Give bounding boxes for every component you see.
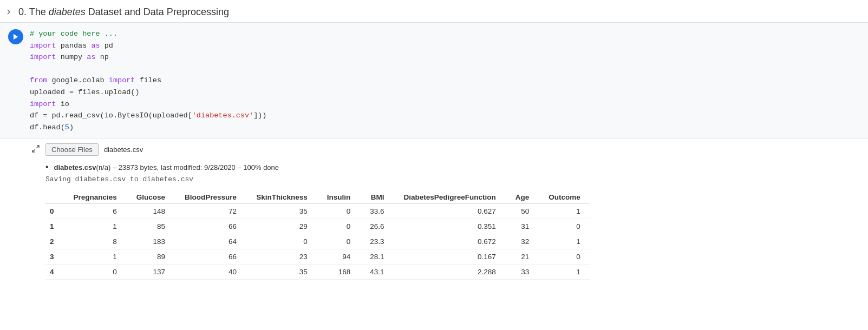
code-plain9: ): [69, 123, 74, 131]
code-plain8: ])): [253, 111, 266, 120]
table-cell: 31: [506, 219, 539, 234]
code-head: df.head(: [30, 123, 65, 131]
table-cell: 23: [246, 249, 317, 265]
table-cell: 85: [127, 219, 175, 234]
code-kw3: from: [30, 76, 47, 84]
table-cell: 148: [127, 204, 175, 219]
code-readcsv: df = pd.read_csv(io.BytesIO(uploaded[: [30, 111, 192, 120]
table-cell: 0: [539, 219, 590, 234]
code-kw5: import: [30, 100, 56, 108]
table-cell: 0.351: [394, 219, 505, 234]
table-cell: 32: [506, 234, 539, 249]
page-container: 0. The diabetes Dataset and Data Preproc…: [0, 0, 868, 330]
table-cell: 35: [246, 204, 317, 219]
table-cell: 29: [246, 219, 317, 234]
code-uploaded: uploaded = files.upload(): [30, 88, 140, 96]
table-cell: 1: [539, 204, 590, 219]
code-plain4: np: [96, 53, 109, 61]
table-row-index: 4: [45, 265, 64, 280]
table-cell: 26.6: [360, 219, 394, 234]
table-cell: 168: [317, 265, 361, 280]
code-plain5: google.colab: [47, 76, 108, 84]
table-cell: 183: [127, 234, 175, 249]
code-editor[interactable]: # your code here ... import pandas as pd…: [30, 28, 868, 133]
section-heading: 0. The diabetes Dataset and Data Preproc…: [0, 0, 868, 23]
table-cell: 0: [64, 265, 127, 280]
table-cell: 28.1: [360, 249, 394, 265]
code-kw: import: [30, 42, 56, 50]
table-cell: 40: [175, 265, 246, 280]
table-row-index: 1: [45, 219, 64, 234]
table-cell: 43.1: [360, 265, 394, 280]
table-cell: 64: [175, 234, 246, 249]
table-cell: 2.288: [394, 265, 505, 280]
table-cell: 137: [127, 265, 175, 280]
code-comment: # your code here ...: [30, 30, 118, 38]
file-info-text: diabetes.csv(n/a) – 23873 bytes, last mo…: [54, 163, 279, 171]
run-button[interactable]: [8, 29, 23, 44]
code-num: 5: [65, 123, 69, 131]
output-expand-icon: [30, 143, 41, 154]
table-cell: 1: [539, 265, 590, 280]
table-row-index: 0: [45, 204, 64, 219]
col-dpf: DiabetesPedigreeFunction: [394, 191, 505, 204]
col-skinthickness: SkinThickness: [246, 191, 317, 204]
saving-text-row: Saving diabetes.csv to diabetes.csv: [30, 174, 868, 183]
output-icon-row: Choose Files diabetes.csv: [30, 143, 868, 159]
dataframe-container: Pregnancies Glucose BloodPressure SkinTh…: [30, 189, 868, 280]
col-index: [45, 191, 64, 204]
table-cell: 0: [317, 204, 361, 219]
table-row: 40137403516843.12.288331: [45, 265, 590, 280]
col-bloodpressure: BloodPressure: [175, 191, 246, 204]
table-row: 28183640023.30.672321: [45, 234, 590, 249]
table-cell: 21: [506, 249, 539, 265]
table-cell: 66: [175, 219, 246, 234]
col-age: Age: [506, 191, 539, 204]
table-cell: 1: [64, 219, 127, 234]
col-pregnancies: Pregnancies: [64, 191, 127, 204]
col-bmi: BMI: [360, 191, 394, 204]
file-info-bold: diabetes.csv: [54, 163, 96, 171]
code-plain7: io: [56, 100, 69, 108]
code-plain3: numpy: [56, 53, 87, 61]
col-insulin: Insulin: [317, 191, 361, 204]
table-header-row: Pregnancies Glucose BloodPressure SkinTh…: [45, 191, 590, 204]
table-cell: 0: [317, 234, 361, 249]
svg-marker-0: [14, 34, 18, 40]
col-glucose: Glucose: [127, 191, 175, 204]
table-cell: 8: [64, 234, 127, 249]
table-cell: 35: [246, 265, 317, 280]
dataframe-table: Pregnancies Glucose BloodPressure SkinTh…: [45, 191, 590, 280]
code-kw-as2: as: [87, 53, 95, 61]
svg-line-1: [36, 146, 39, 148]
uploaded-file-name: diabetes.csv: [104, 146, 143, 154]
table-cell: 0: [246, 234, 317, 249]
svg-line-2: [32, 150, 35, 153]
choose-files-button[interactable]: Choose Files: [45, 143, 99, 156]
saving-text: Saving diabetes.csv to diabetes.csv: [45, 175, 193, 183]
file-info-row: • diabetes.csv(n/a) – 23873 bytes, last …: [30, 162, 868, 172]
table-row-index: 3: [45, 249, 64, 265]
table-cell: 94: [317, 249, 361, 265]
table-cell: 0.627: [394, 204, 505, 219]
col-outcome: Outcome: [539, 191, 590, 204]
code-kw4: import: [109, 76, 135, 84]
table-cell: 1: [539, 234, 590, 249]
collapse-arrow-icon[interactable]: [4, 8, 14, 17]
table-cell: 0: [539, 249, 590, 265]
table-cell: 33: [506, 265, 539, 280]
table-cell: 1: [64, 249, 127, 265]
section-title: 0. The diabetes Dataset and Data Preproc…: [18, 6, 229, 18]
code-plain2: pd: [100, 42, 113, 50]
code-str: 'diabetes.csv': [192, 111, 253, 120]
table-cell: 0: [317, 219, 361, 234]
code-kw2: import: [30, 53, 56, 61]
code-plain6: files: [135, 76, 161, 84]
table-row-index: 2: [45, 234, 64, 249]
table-body: 061487235033.60.62750111856629026.60.351…: [45, 204, 590, 280]
output-area: Choose Files diabetes.csv • diabetes.csv…: [0, 138, 868, 284]
bullet-icon: •: [45, 162, 49, 171]
file-upload-row: Choose Files diabetes.csv: [45, 143, 143, 156]
table-cell: 0.672: [394, 234, 505, 249]
table-cell: 23.3: [360, 234, 394, 249]
